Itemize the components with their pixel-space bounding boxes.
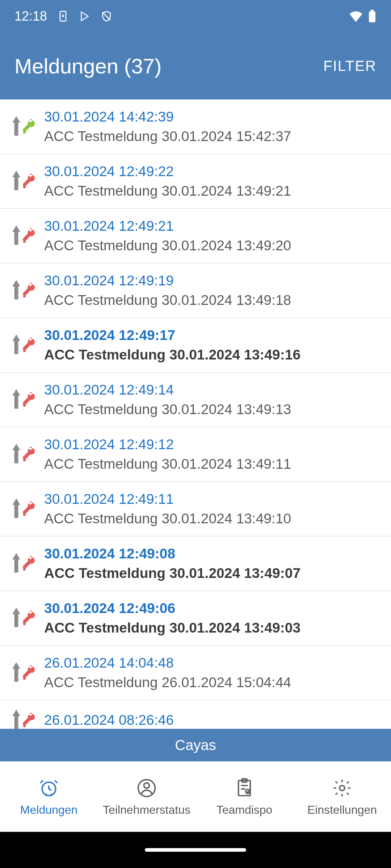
nav-label: Teamdispo [216,803,273,817]
row-icons [11,335,35,356]
svg-point-7 [23,240,26,243]
row-description: ACC Testmeldung 30.01.2024 13:49:16 [44,347,381,363]
row-description: ACC Testmeldung 30.01.2024 13:49:10 [44,511,381,527]
row-icons [11,389,35,410]
list-item[interactable]: 30.01.2024 12:49:11ACC Testmeldung 30.01… [0,482,391,536]
row-description: ACC Testmeldung 30.01.2024 13:49:20 [44,238,381,254]
arrow-up-icon [11,498,22,519]
row-text: 30.01.2024 12:49:21ACC Testmeldung 30.01… [44,218,381,254]
wrench-icon [22,335,35,356]
gear-icon [332,777,352,799]
bottom-nav: MeldungenTeilnehmerstatusTeamdispoEinste… [0,761,391,832]
row-icons [11,662,35,683]
svg-point-16 [23,724,26,727]
row-text: 30.01.2024 12:49:08ACC Testmeldung 30.01… [44,546,381,581]
page-title: Meldungen (37) [14,54,161,78]
row-icons [11,280,35,301]
row-timestamp: 30.01.2024 12:49:06 [44,600,381,616]
nav-label: Einstellungen [307,803,377,817]
arrow-up-icon [11,662,22,683]
list-item[interactable]: 30.01.2024 12:49:19ACC Testmeldung 30.01… [0,263,391,318]
arrow-up-icon [11,710,22,729]
row-text: 30.01.2024 12:49:14ACC Testmeldung 30.01… [44,382,381,417]
list-item[interactable]: 30.01.2024 12:49:12ACC Testmeldung 30.01… [0,427,391,482]
row-timestamp: 26.01.2024 14:04:48 [44,655,381,671]
list-item[interactable]: 30.01.2024 12:49:08ACC Testmeldung 30.01… [0,536,391,591]
row-timestamp: 30.01.2024 12:49:19 [44,273,381,289]
row-description: ACC Testmeldung 30.01.2024 13:49:07 [44,565,381,581]
svg-point-15 [23,677,26,680]
status-left: 12:18 [14,9,112,24]
list-item[interactable]: 26.01.2024 08:26:46 [0,700,391,729]
row-timestamp: 30.01.2024 12:49:22 [44,163,381,179]
wrench-icon [22,225,35,246]
filter-button[interactable]: FILTER [323,58,377,74]
wrench-icon [22,662,35,683]
nav-label: Meldungen [20,803,77,817]
nav-item-teamdispo[interactable]: Teamdispo [196,762,293,832]
download-icon [57,10,69,22]
row-description: ACC Testmeldung 30.01.2024 13:49:18 [44,292,381,308]
list-item[interactable]: 26.01.2024 14:04:48ACC Testmeldung 26.01… [0,646,391,700]
alarm-clock-icon [39,777,59,799]
nav-label: Teilnehmerstatus [103,803,190,817]
battery-icon [368,10,377,23]
row-text: 26.01.2024 08:26:46 [44,712,381,728]
row-text: 30.01.2024 12:49:11ACC Testmeldung 30.01… [44,491,381,527]
list-item[interactable]: 30.01.2024 12:49:06ACC Testmeldung 30.01… [0,591,391,646]
arrow-up-icon [11,280,22,301]
wrench-icon [22,389,35,410]
svg-rect-4 [371,10,374,12]
svg-point-19 [144,783,150,788]
wrench-icon [22,444,35,465]
row-description: ACC Testmeldung 30.01.2024 13:49:11 [44,456,381,472]
svg-point-14 [23,622,26,625]
row-icons [11,171,35,192]
list-item[interactable]: 30.01.2024 12:49:17ACC Testmeldung 30.01… [0,318,391,373]
notification-list[interactable]: 30.01.2024 14:42:39ACC Testmeldung 30.01… [0,99,391,729]
nav-item-meldungen[interactable]: Meldungen [0,762,98,832]
shield-off-icon [101,10,112,22]
wrench-icon [22,498,35,519]
row-text: 30.01.2024 12:49:19ACC Testmeldung 30.01… [44,273,381,308]
svg-point-9 [23,349,26,352]
arrow-up-icon [11,225,22,246]
svg-rect-3 [369,12,375,22]
row-description: ACC Testmeldung 26.01.2024 15:04:44 [44,675,381,690]
row-icons [11,225,35,246]
list-item[interactable]: 30.01.2024 12:49:14ACC Testmeldung 30.01… [0,373,391,427]
status-right [349,10,377,23]
svg-point-13 [23,568,26,571]
arrow-up-icon [11,335,22,356]
arrow-up-icon [11,116,22,137]
row-timestamp: 30.01.2024 12:49:08 [44,546,381,562]
row-text: 30.01.2024 12:49:22ACC Testmeldung 30.01… [44,163,381,199]
row-timestamp: 26.01.2024 08:26:46 [44,712,381,728]
wrench-icon [22,280,35,301]
svg-point-10 [23,404,26,407]
wifi-icon [349,10,363,22]
row-icons [11,608,35,629]
row-description: ACC Testmeldung 30.01.2024 13:49:03 [44,620,381,636]
wrench-icon [22,171,35,192]
nav-item-teilnehmerstatus[interactable]: Teilnehmerstatus [98,762,196,832]
svg-point-6 [23,186,26,188]
status-bar: 12:18 [0,0,391,33]
nav-item-einstellungen[interactable]: Einstellungen [293,762,391,832]
row-icons [11,710,35,729]
list-item[interactable]: 30.01.2024 12:49:22ACC Testmeldung 30.01… [0,154,391,209]
gesture-pill[interactable] [145,848,246,852]
row-timestamp: 30.01.2024 12:49:21 [44,218,381,234]
row-icons [11,553,35,574]
list-item[interactable]: 30.01.2024 14:42:39ACC Testmeldung 30.01… [0,99,391,154]
row-timestamp: 30.01.2024 12:49:12 [44,437,381,452]
list-item[interactable]: 30.01.2024 12:49:21ACC Testmeldung 30.01… [0,209,391,263]
gesture-bar [0,832,391,868]
wrench-icon [22,710,35,729]
row-text: 26.01.2024 14:04:48ACC Testmeldung 26.01… [44,655,381,690]
arrow-up-icon [11,553,22,574]
footer-brand: Cayas [0,729,391,761]
row-icons [11,116,35,137]
svg-point-11 [23,459,26,461]
row-description: ACC Testmeldung 30.01.2024 13:49:21 [44,183,381,199]
